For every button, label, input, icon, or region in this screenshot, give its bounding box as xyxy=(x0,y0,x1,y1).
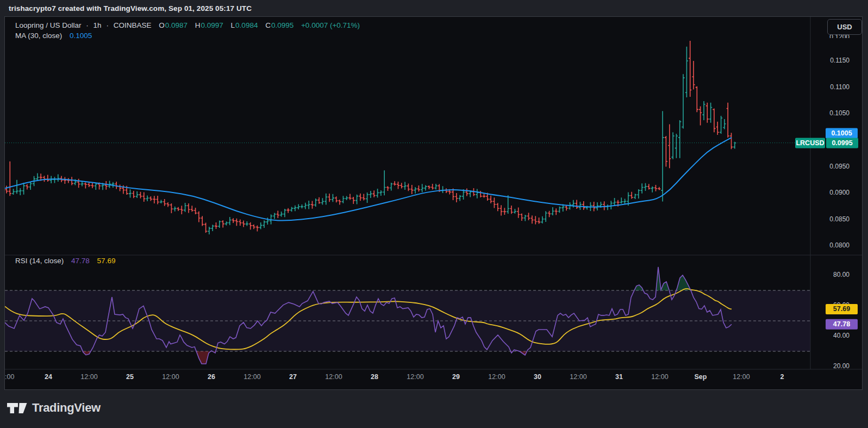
tradingview-logo-icon xyxy=(7,402,27,414)
axis-tick-label: :00 xyxy=(5,373,14,381)
axis-tick-label: 28 xyxy=(371,373,378,381)
low-value: 0.0984 xyxy=(235,21,258,29)
axis-tick-label: Sep xyxy=(695,373,707,381)
axis-tick-label: 12:00 xyxy=(651,373,668,381)
axis-tick-label: 0.0950 xyxy=(829,163,850,170)
exchange-label: COINBASE xyxy=(114,21,152,29)
footer-bar: TradingView xyxy=(0,390,868,428)
axis-tick-label: 2 xyxy=(780,373,784,381)
rsi-oversold-fill xyxy=(83,351,527,364)
open-label: O xyxy=(159,21,165,29)
ma-title[interactable]: MA (30, close) xyxy=(15,32,62,40)
ma-legend[interactable]: MA (30, close) 0.1005 xyxy=(15,32,92,40)
ma-value: 0.1005 xyxy=(70,32,92,40)
axis-tick-label: 24 xyxy=(45,373,52,381)
high-value: 0.0997 xyxy=(201,21,223,29)
axis-tick-label: 12:00 xyxy=(80,373,97,381)
axis-tick-label: 47.78 xyxy=(833,320,850,328)
ma-line[interactable] xyxy=(5,138,732,221)
chart-canvas[interactable]: 0.12000.11500.11000.10500.09500.09000.08… xyxy=(5,17,862,389)
rsi-ma-value: 57.69 xyxy=(97,257,116,265)
up-bars xyxy=(12,47,736,234)
axis-tick-label: 0.1100 xyxy=(830,83,850,91)
axis-tick-label: 12:00 xyxy=(162,373,179,381)
axis-tick-label: 0.0995 xyxy=(832,139,852,147)
axis-tick-label: 20.00 xyxy=(833,362,850,370)
axis-tick-label: 29 xyxy=(452,373,460,381)
axis-tick-label: 0.1050 xyxy=(829,109,850,117)
price-bars[interactable] xyxy=(5,41,736,234)
rsi-legend[interactable]: RSI (14, close) 47.78 57.69 xyxy=(15,257,115,265)
axis-tick-label: 12:00 xyxy=(733,373,750,381)
legend-dot: · xyxy=(106,21,109,29)
axis-tick-label: 30 xyxy=(534,373,541,381)
currency-usd-button[interactable]: USD xyxy=(827,19,862,35)
close-value: 0.0995 xyxy=(271,21,294,29)
axis-tick-label: 25 xyxy=(126,373,134,381)
axis-tick-label: 12:00 xyxy=(570,373,586,381)
legend-dot: · xyxy=(86,21,89,29)
rsi-value: 47.78 xyxy=(71,257,90,265)
main-legend[interactable]: Loopring / US Dollar · 1h · COINBASE O0.… xyxy=(15,21,360,29)
ma-price-badge: 0.1005 xyxy=(826,128,858,139)
page: trishacrypto7 created with TradingView.c… xyxy=(0,0,868,428)
axis-tick-label: 0.0900 xyxy=(829,189,850,196)
tradingview-logo[interactable]: TradingView xyxy=(7,401,101,415)
axis-tick-label: 12:00 xyxy=(325,373,342,381)
axis-tick-label: 80.00 xyxy=(833,271,850,278)
open-value: 0.0987 xyxy=(165,21,188,29)
axis-tick-label: 12:00 xyxy=(243,373,260,381)
rsi-badge: 47.78 xyxy=(826,319,858,330)
rsi-title[interactable]: RSI (14, close) xyxy=(15,257,64,265)
axis-tick-label: 12:00 xyxy=(488,373,505,381)
chart-container[interactable]: 0.12000.11500.11000.10500.09500.09000.08… xyxy=(4,16,863,390)
symbol-badge: LRCUSD xyxy=(795,138,825,148)
last-price-badge: 0.0995 xyxy=(826,138,858,148)
axis-tick-label: 26 xyxy=(208,373,215,381)
attribution-text: trishacrypto7 created with TradingView.c… xyxy=(9,4,252,13)
axis-tick-label: 27 xyxy=(289,373,297,381)
rsi-band xyxy=(5,290,810,351)
axis-tick-label: 31 xyxy=(615,373,623,381)
axis-tick-label: 0.1150 xyxy=(830,57,850,64)
axis-tick-label: 40.00 xyxy=(833,332,850,339)
rsi-ma-badge: 57.69 xyxy=(826,304,858,314)
axis-tick-label: 0.0800 xyxy=(829,241,850,249)
interval-label[interactable]: 1h xyxy=(93,21,102,29)
axis-tick-label: 12:00 xyxy=(407,373,423,381)
tradingview-logo-text: TradingView xyxy=(32,401,101,415)
low-label: L xyxy=(231,21,235,29)
axis-tick-label: 57.69 xyxy=(833,305,850,313)
change-value: +0.0007 (+0.71%) xyxy=(301,21,360,29)
axis-tick-label: LRCUSD xyxy=(796,139,824,147)
axis-tick-label: 0.1005 xyxy=(831,129,852,137)
high-label: H xyxy=(195,21,201,29)
symbol-title[interactable]: Loopring / US Dollar xyxy=(15,21,82,29)
time-axis[interactable]: :002412:002512:002612:002712:002812:0029… xyxy=(5,373,784,381)
close-label: C xyxy=(265,21,271,29)
axis-tick-label: 0.0850 xyxy=(829,215,850,223)
